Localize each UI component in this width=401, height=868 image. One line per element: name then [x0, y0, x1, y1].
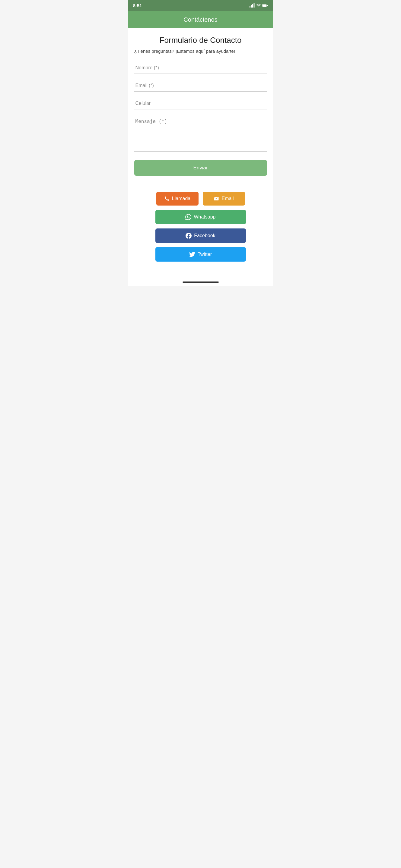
bottom-bar — [128, 278, 273, 286]
app-bar-title: Contáctenos — [183, 16, 217, 23]
svg-rect-3 — [254, 3, 254, 7]
wifi-icon — [256, 4, 261, 7]
phone-icon — [164, 196, 170, 201]
signal-icon — [250, 3, 255, 7]
nombre-input[interactable] — [134, 62, 267, 74]
facebook-button[interactable]: Facebook — [155, 228, 246, 243]
svg-rect-2 — [252, 4, 253, 7]
svg-rect-7 — [262, 4, 266, 7]
contact-buttons: Llamada Email Whatsapp Facebook — [134, 192, 267, 271]
mensaje-textarea[interactable] — [134, 116, 267, 152]
top-contact-row: Llamada Email — [156, 192, 245, 206]
enviar-button[interactable]: Enviar — [134, 160, 267, 176]
main-content: Formulario de Contacto ¿Tienes preguntas… — [128, 28, 273, 278]
llamada-label: Llamada — [172, 196, 191, 201]
form-subtitle: ¿Tienes preguntas? ¡Estamos aquí para ay… — [134, 49, 267, 54]
status-time: 8:51 — [133, 3, 142, 8]
battery-icon — [262, 4, 268, 7]
facebook-label: Facebook — [194, 233, 215, 239]
whatsapp-label: Whatsapp — [194, 214, 216, 220]
email-contact-label: Email — [222, 196, 233, 201]
svg-rect-6 — [267, 5, 268, 6]
menu-button[interactable] — [132, 17, 137, 22]
form-title: Formulario de Contacto — [134, 36, 267, 45]
twitter-label: Twitter — [198, 252, 212, 257]
celular-input[interactable] — [134, 98, 267, 110]
home-indicator — [182, 281, 219, 283]
email-contact-button[interactable]: Email — [203, 192, 245, 206]
llamada-button[interactable]: Llamada — [156, 192, 199, 206]
email-input[interactable] — [134, 80, 267, 92]
app-bar: Contáctenos — [128, 11, 273, 28]
email-icon — [213, 196, 219, 201]
twitter-button[interactable]: Twitter — [155, 247, 246, 261]
status-icons — [250, 3, 268, 7]
divider — [134, 183, 267, 183]
svg-rect-0 — [250, 6, 251, 7]
comment-button[interactable] — [264, 17, 269, 22]
whatsapp-button[interactable]: Whatsapp — [155, 210, 246, 224]
twitter-icon — [189, 251, 195, 257]
svg-rect-1 — [251, 5, 252, 7]
facebook-icon — [185, 233, 192, 239]
whatsapp-icon — [185, 214, 191, 220]
status-bar: 8:51 — [128, 0, 273, 11]
